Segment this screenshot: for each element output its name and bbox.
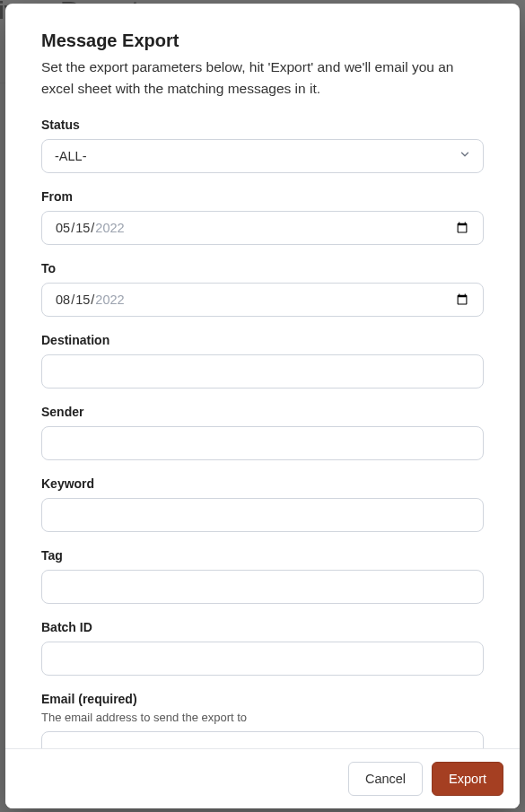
destination-field: Destination (41, 333, 484, 389)
batch-id-label: Batch ID (41, 620, 484, 634)
from-field: From (41, 189, 484, 245)
email-input[interactable] (41, 731, 484, 748)
email-label: Email (required) (41, 692, 484, 706)
message-export-modal: Message Export Set the export parameters… (5, 4, 520, 808)
sender-label: Sender (41, 405, 484, 419)
status-select[interactable]: -ALL- (41, 139, 484, 173)
to-date-input[interactable] (41, 283, 484, 317)
keyword-field: Keyword (41, 476, 484, 532)
destination-input[interactable] (41, 354, 484, 389)
tag-input[interactable] (41, 570, 484, 604)
batch-id-input[interactable] (41, 642, 484, 676)
modal-description: Set the export parameters below, hit 'Ex… (41, 57, 484, 100)
destination-label: Destination (41, 333, 484, 347)
to-label: To (41, 261, 484, 275)
batch-id-field: Batch ID (41, 620, 484, 676)
tag-label: Tag (41, 548, 484, 563)
export-button[interactable]: Export (432, 762, 503, 796)
keyword-label: Keyword (41, 476, 484, 491)
to-field: To (41, 261, 484, 317)
status-select-wrap: -ALL- (41, 139, 484, 173)
sender-field: Sender (41, 405, 484, 460)
email-help: The email address to send the export to (41, 711, 484, 724)
sender-input[interactable] (41, 426, 484, 460)
cancel-button[interactable]: Cancel (348, 762, 423, 796)
modal-footer: Cancel Export (5, 748, 520, 808)
status-field: Status -ALL- (41, 118, 484, 173)
status-label: Status (41, 118, 484, 132)
modal-body: Message Export Set the export parameters… (5, 4, 520, 748)
email-field: Email (required) The email address to se… (41, 692, 484, 748)
from-date-input[interactable] (41, 211, 484, 245)
from-label: From (41, 189, 484, 204)
tag-field: Tag (41, 548, 484, 604)
keyword-input[interactable] (41, 498, 484, 532)
modal-title: Message Export (41, 31, 484, 51)
